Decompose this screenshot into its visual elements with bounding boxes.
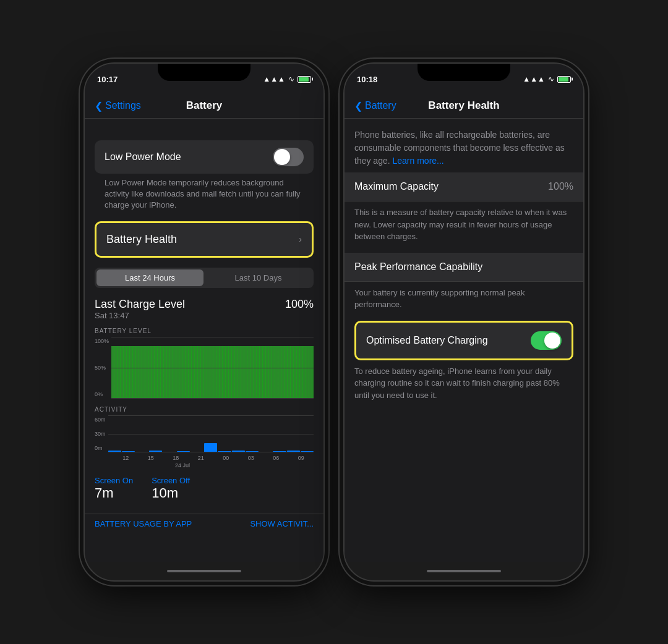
y-label-30m: 30m bbox=[95, 431, 106, 437]
phone1-content: Low Power Mode Low Power Mode temporaril… bbox=[85, 119, 323, 562]
back-label-1[interactable]: Settings bbox=[105, 100, 141, 111]
screen-stats: Screen On 7m Screen Off 10m bbox=[95, 476, 314, 501]
signal-icon-2: ▲▲▲ bbox=[523, 75, 545, 83]
activity-chart-label: ACTIVITY bbox=[95, 406, 314, 413]
phone1: 10:17 ▲▲▲ ∿ ❮ Settings Battery bbox=[84, 62, 325, 582]
home-indicator-2 bbox=[427, 570, 501, 572]
act-bar-8 bbox=[204, 443, 217, 452]
x-label-03: 03 bbox=[239, 455, 264, 461]
low-power-mode-row: Low Power Mode bbox=[95, 140, 314, 174]
battery-chart-section: BATTERY LEVEL 100% 50% 0% bbox=[95, 328, 314, 399]
x-label-21: 21 bbox=[189, 455, 214, 461]
max-capacity-value: 100% bbox=[548, 181, 573, 192]
signal-icon-1: ▲▲▲ bbox=[263, 75, 285, 83]
wifi-icon-2: ∿ bbox=[548, 75, 554, 83]
screen-off-group: Screen Off 10m bbox=[152, 476, 190, 501]
phones-container: 10:17 ▲▲▲ ∿ ❮ Settings Battery bbox=[84, 62, 584, 582]
screen-on-label: Screen On bbox=[95, 476, 133, 485]
y-axis-activity: 60m 30m 0m bbox=[95, 415, 108, 452]
act-bar-14 bbox=[287, 451, 300, 452]
optimised-charging-row[interactable]: Optimised Battery Charging bbox=[354, 321, 573, 360]
battery-fill-1 bbox=[299, 77, 309, 82]
bottom-bar-1: BATTERY USAGE BY APP SHOW ACTIVIT... bbox=[85, 514, 323, 533]
spacer-1 bbox=[95, 501, 314, 514]
y-label-60m: 60m bbox=[95, 417, 106, 423]
act-bar-4 bbox=[149, 451, 162, 452]
notch-1 bbox=[158, 64, 250, 81]
optimised-charging-toggle[interactable] bbox=[531, 331, 562, 350]
home-bar-2 bbox=[345, 562, 583, 580]
y-axis-battery: 100% 50% 0% bbox=[95, 337, 111, 399]
low-power-toggle[interactable] bbox=[273, 148, 304, 166]
battery-icon-1 bbox=[298, 76, 311, 83]
peak-performance-note: Your battery is currently supporting nor… bbox=[345, 282, 583, 311]
act-bar-15 bbox=[301, 451, 314, 452]
battery-chart-label: BATTERY LEVEL bbox=[95, 328, 314, 334]
screen-off-value: 10m bbox=[152, 485, 190, 501]
battery-health-row[interactable]: Battery Health › bbox=[95, 221, 314, 258]
act-bar-9 bbox=[218, 451, 231, 452]
home-indicator-1 bbox=[167, 570, 241, 572]
notch-2 bbox=[417, 64, 510, 81]
act-bar-10 bbox=[232, 451, 245, 452]
bh-intro-text: Phone batteries, like all rechargeable b… bbox=[345, 119, 583, 172]
battery-bar-area bbox=[111, 337, 314, 399]
bh-intro-content: Phone batteries, like all rechargeable b… bbox=[354, 130, 565, 166]
nav-bar-1: ❮ Settings Battery bbox=[85, 95, 323, 119]
act-bar-1 bbox=[108, 451, 121, 452]
last-10d-btn[interactable]: Last 10 Days bbox=[205, 269, 312, 286]
home-bar-1 bbox=[85, 562, 323, 580]
chart-date: 24 Jul bbox=[95, 462, 314, 468]
screen-on-group: Screen On 7m bbox=[95, 476, 133, 501]
spacer-2 bbox=[345, 401, 583, 426]
nav-bar-2: ❮ Battery Battery Health bbox=[345, 95, 583, 119]
x-label-18: 18 bbox=[163, 455, 189, 461]
x-label-12: 12 bbox=[113, 455, 139, 461]
optimised-toggle-knob bbox=[544, 333, 560, 349]
show-activity-link[interactable]: SHOW ACTIVIT... bbox=[250, 519, 314, 528]
wifi-icon-1: ∿ bbox=[288, 75, 294, 83]
y-label-50: 50% bbox=[95, 365, 109, 371]
bh-learn-more-link[interactable]: Learn more... bbox=[393, 156, 444, 166]
x-label-15: 15 bbox=[139, 455, 164, 461]
optimised-charging-note: To reduce battery ageing, iPhone learns … bbox=[345, 360, 583, 402]
status-icons-2: ▲▲▲ ∿ bbox=[523, 75, 571, 83]
optimised-charging-label: Optimised Battery Charging bbox=[366, 335, 488, 346]
time-2: 10:18 bbox=[357, 75, 377, 84]
y-label-0m: 0m bbox=[95, 445, 106, 451]
toggle-knob-1 bbox=[274, 149, 290, 165]
activity-bars bbox=[108, 415, 314, 452]
activity-bar-group bbox=[108, 443, 314, 452]
screen-off-label: Screen Off bbox=[152, 476, 190, 485]
activity-chart-section: ACTIVITY 60m 30m 0m bbox=[95, 406, 314, 468]
back-button-2[interactable]: ❮ Battery bbox=[354, 100, 396, 112]
time-selector: Last 24 Hours Last 10 Days bbox=[95, 268, 314, 288]
charge-level-left: Last Charge Level Sat 13:47 bbox=[95, 298, 185, 320]
x-label-09: 09 bbox=[289, 455, 314, 461]
charge-level-value: 100% bbox=[285, 298, 314, 311]
peak-performance-row: Peak Performance Capability bbox=[345, 253, 583, 282]
act-bar-11 bbox=[246, 451, 259, 452]
charge-level-label: Last Charge Level bbox=[95, 298, 185, 311]
act-bar-2 bbox=[122, 451, 135, 452]
y-label-100: 100% bbox=[95, 338, 109, 344]
status-bar-1: 10:17 ▲▲▲ ∿ bbox=[85, 64, 323, 95]
time-1: 10:17 bbox=[97, 75, 118, 84]
y-label-0: 0% bbox=[95, 391, 109, 397]
max-capacity-label: Maximum Capacity bbox=[354, 181, 439, 192]
x-label-06: 06 bbox=[263, 455, 289, 461]
phone1-pad: Low Power Mode Low Power Mode temporaril… bbox=[85, 119, 323, 514]
battery-fill-2 bbox=[559, 77, 568, 82]
battery-usage-link[interactable]: BATTERY USAGE BY APP bbox=[95, 519, 192, 528]
divider-1 bbox=[95, 119, 314, 140]
nav-title-2: Battery Health bbox=[428, 100, 499, 112]
battery-icon-2 bbox=[557, 76, 571, 83]
battery-health-chevron: › bbox=[299, 234, 302, 244]
act-bar-6 bbox=[177, 451, 190, 452]
last-24h-btn[interactable]: Last 24 Hours bbox=[96, 269, 203, 286]
back-button-1[interactable]: ❮ Settings bbox=[95, 100, 141, 112]
back-label-2[interactable]: Battery bbox=[365, 100, 396, 111]
green-lines bbox=[111, 346, 314, 399]
back-chevron-1: ❮ bbox=[95, 100, 103, 112]
act-bar-13 bbox=[273, 451, 286, 452]
